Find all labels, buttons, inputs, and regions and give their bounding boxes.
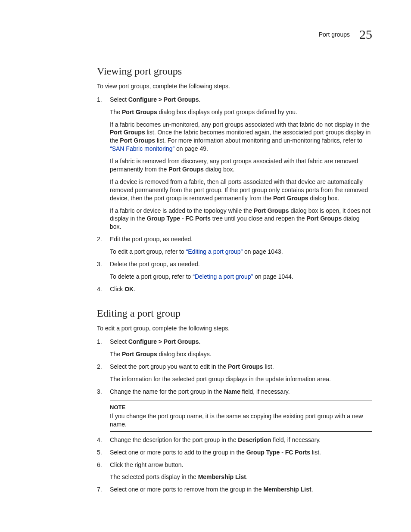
step-item: Edit the port group, as needed.To edit a… bbox=[39, 235, 372, 256]
bold-text: Port Groups bbox=[122, 351, 157, 358]
step-item: Select the port group you want to edit i… bbox=[39, 363, 372, 383]
note-text: If you change the port group name, it is… bbox=[110, 412, 372, 429]
step-text: Change the name for the port group in th… bbox=[110, 388, 290, 395]
step-item: Click OK. bbox=[39, 285, 372, 293]
step-sub-paragraph: The selected ports display in the Member… bbox=[110, 473, 372, 481]
step-text: Select the port group you want to edit i… bbox=[110, 363, 274, 370]
step-sub-paragraph: If a fabric or device is added to the to… bbox=[110, 207, 372, 231]
bold-text: Membership List bbox=[263, 486, 311, 493]
bold-text: Description bbox=[238, 436, 271, 443]
section-intro: To view port groups, complete the follow… bbox=[39, 82, 372, 90]
step-text: Edit the port group, as needed. bbox=[110, 236, 193, 243]
bold-text: Port Groups bbox=[254, 207, 289, 214]
step-sub-paragraph: If a fabric becomes un-monitored, any po… bbox=[110, 121, 372, 153]
step-sub-paragraph: The Port Groups dialog box displays. bbox=[110, 350, 372, 358]
bold-text: Port Groups bbox=[307, 215, 342, 222]
step-text: Click the right arrow button. bbox=[110, 461, 183, 468]
step-sub-paragraph: The information for the selected port gr… bbox=[110, 375, 372, 383]
section-intro: To edit a port group, complete the follo… bbox=[39, 324, 372, 333]
step-sub-paragraph: The Port Groups dialog box displays only… bbox=[110, 108, 372, 116]
step-sub-paragraph: To delete a port group, refer to “Deleti… bbox=[110, 273, 372, 281]
bold-text: Group Type - FC Ports bbox=[147, 215, 211, 222]
step-item: Click the right arrow button.The selecte… bbox=[39, 461, 372, 482]
step-item: Change the description for the port grou… bbox=[39, 436, 372, 444]
cross-reference-link[interactable]: “Deleting a port group” bbox=[193, 273, 253, 280]
bold-text: OK bbox=[125, 286, 134, 292]
step-sub-paragraph: If a fabric is removed from discovery, a… bbox=[110, 157, 372, 174]
bold-text: Port Groups bbox=[110, 129, 145, 136]
step-text: Click OK. bbox=[110, 286, 135, 292]
header-label: Port groups bbox=[319, 31, 350, 38]
steps-list-viewing: Select Configure > Port Groups.The Port … bbox=[39, 96, 372, 293]
step-text: Select Configure > Port Groups. bbox=[110, 338, 200, 345]
step-text: Delete the port group, as needed. bbox=[110, 261, 200, 268]
bold-text: Port Groups bbox=[122, 109, 157, 115]
cross-reference-link[interactable]: “Editing a port group” bbox=[186, 248, 243, 255]
bold-text: Port Groups bbox=[273, 195, 308, 202]
step-item: Select Configure > Port Groups.The Port … bbox=[39, 338, 372, 358]
section-title-editing: Editing a port group bbox=[39, 306, 372, 320]
step-item: Select Configure > Port Groups.The Port … bbox=[39, 96, 372, 231]
step-item: Change the name for the port group in th… bbox=[39, 388, 372, 432]
bold-text: Configure > Port Groups bbox=[128, 338, 199, 345]
bold-text: Port Groups bbox=[228, 363, 263, 370]
cross-reference-link[interactable]: “SAN Fabric monitoring” bbox=[110, 145, 174, 152]
bold-text: Port Groups bbox=[120, 137, 155, 144]
step-text: Select Configure > Port Groups. bbox=[110, 96, 200, 103]
step-item: Select one or more ports to add to the g… bbox=[39, 448, 372, 457]
bold-text: Membership List bbox=[198, 473, 246, 480]
note-title: NOTE bbox=[110, 404, 372, 411]
bold-text: Configure > Port Groups bbox=[128, 96, 199, 103]
note-block: NOTEIf you change the port group name, i… bbox=[110, 401, 372, 431]
bold-text: Port Groups bbox=[168, 166, 204, 173]
section-title-viewing: Viewing port groups bbox=[39, 64, 372, 78]
bold-text: Name bbox=[224, 388, 240, 395]
step-text: Change the description for the port grou… bbox=[110, 436, 321, 443]
step-item: Select one or more ports to remove from … bbox=[39, 485, 372, 494]
step-sub-paragraph: To edit a port group, refer to “Editing … bbox=[110, 248, 372, 256]
chapter-number: 25 bbox=[359, 27, 372, 41]
step-text: Select one or more ports to remove from … bbox=[110, 486, 313, 493]
page-header: Port groups 25 bbox=[39, 26, 372, 44]
steps-list-editing: Select Configure > Port Groups.The Port … bbox=[39, 338, 372, 494]
bold-text: Group Type - FC Ports bbox=[246, 449, 310, 456]
step-sub-paragraph: If a device is removed from a fabric, th… bbox=[110, 178, 372, 202]
step-item: Delete the port group, as needed.To dele… bbox=[39, 260, 372, 281]
step-text: Select one or more ports to add to the g… bbox=[110, 449, 321, 456]
